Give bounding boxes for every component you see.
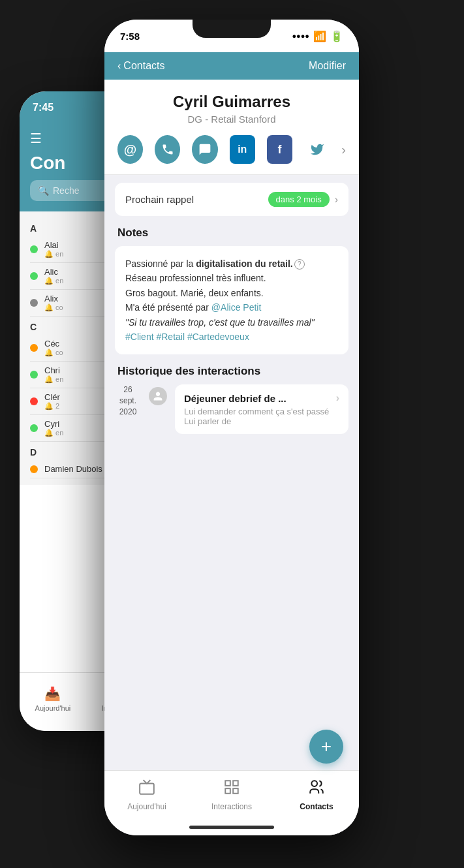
- fg-status-bar: 7:58 ●●●● 📶 🔋: [104, 20, 359, 52]
- chevron-left-icon: ‹: [117, 60, 121, 72]
- chevron-right-icon: ›: [336, 392, 339, 404]
- contact-name: Alai: [44, 240, 63, 250]
- status-dot: [30, 465, 38, 473]
- contacts-icon: [308, 779, 325, 799]
- history-card[interactable]: Déjeuner debrief de ... › Lui demander c…: [175, 384, 348, 434]
- page-wrapper: 7:45 ☰ Con 🔍 Reche A Alai 🔔 en: [0, 0, 464, 868]
- contact-name: Clér: [44, 392, 60, 402]
- fg-status-time: 7:58: [120, 31, 140, 42]
- linkedin-button[interactable]: in: [230, 135, 255, 164]
- contact-name: Alix: [44, 294, 63, 303]
- date-year: 2020: [115, 407, 141, 418]
- contact-sub: 🔔 2: [44, 402, 60, 411]
- svg-rect-4: [233, 788, 238, 794]
- menu-icon[interactable]: ☰: [30, 131, 42, 146]
- svg-rect-3: [225, 788, 230, 794]
- reminder-badge-wrap: dans 2 mois ›: [268, 192, 338, 207]
- contact-role: DG - Retail Stanford: [117, 114, 346, 125]
- contact-sub: 🔔 en: [44, 429, 63, 437]
- status-dot: [30, 245, 38, 253]
- contact-sub: 🔔 en: [44, 277, 63, 285]
- status-dot: [30, 371, 38, 379]
- help-icon[interactable]: ?: [294, 259, 305, 270]
- twitter-button[interactable]: [304, 135, 330, 164]
- contact-sub: 🔔 co: [44, 349, 63, 357]
- svg-rect-1: [225, 781, 230, 786]
- notes-line-3: Gros bagout. Marié, deux enfants.: [125, 286, 338, 300]
- add-button[interactable]: +: [309, 730, 343, 764]
- timeline-avatar: [149, 387, 167, 405]
- tab-label-2: Interactions: [211, 802, 252, 811]
- notch: [193, 20, 271, 38]
- back-button[interactable]: ‹ Contacts: [117, 60, 164, 72]
- history-section: Historique des interactions 26 sept. 202…: [115, 365, 348, 434]
- contact-name: Céc: [44, 339, 63, 349]
- status-icons: ●●●● 📶 🔋: [292, 30, 343, 42]
- tab-contacts[interactable]: Contacts: [290, 779, 343, 811]
- contact-name: Alic: [44, 267, 63, 277]
- battery-icon: 🔋: [330, 30, 343, 42]
- reminder-card[interactable]: Prochain rappel dans 2 mois ›: [115, 183, 348, 216]
- svg-rect-2: [233, 781, 238, 786]
- facebook-button[interactable]: f: [267, 135, 292, 164]
- contact-sub: 🔔 en: [44, 250, 63, 258]
- status-dot: [30, 344, 38, 352]
- notes-quote: "Si tu travailles trop, c'est que tu tra…: [125, 315, 338, 330]
- wifi-icon: 📶: [313, 30, 326, 42]
- bg-tab-aujourdhui[interactable]: 📥 Aujourd'hui: [35, 686, 71, 712]
- content-area: Prochain rappel dans 2 mois › Notes Pass…: [104, 175, 359, 452]
- grid-icon: [223, 779, 240, 799]
- notes-card: Passionné par la digitalisation du retai…: [115, 246, 348, 354]
- email-button[interactable]: @: [117, 135, 143, 164]
- phone-button[interactable]: [155, 135, 180, 164]
- signal-icon: ●●●●: [292, 32, 309, 40]
- home-indicator: [189, 826, 274, 829]
- date-month: sept.: [115, 395, 141, 407]
- contact-sub: 🔔 co: [44, 303, 63, 312]
- status-dot: [30, 424, 38, 432]
- notes-line-4: M'a été présenté par @Alice Petit: [125, 300, 338, 315]
- chevron-down-icon: ›: [335, 194, 338, 206]
- modifier-button[interactable]: Modifier: [309, 60, 346, 72]
- back-label: Contacts: [123, 60, 164, 72]
- notes-hashtags[interactable]: #Client #Retail #Cartedevoeux: [125, 330, 338, 344]
- tray-icon: 📥: [44, 686, 61, 702]
- history-card-desc: Lui demander comment ça s'est passé Lui …: [184, 407, 339, 426]
- history-section-title: Historique des interactions: [115, 365, 348, 378]
- more-chevron-icon[interactable]: ›: [341, 142, 346, 157]
- tray-icon: [138, 779, 155, 799]
- nav-bar: ‹ Contacts Modifier: [104, 52, 359, 80]
- history-card-title: Déjeuner debrief de ... ›: [184, 392, 339, 404]
- message-button[interactable]: [192, 135, 217, 164]
- notes-line-2: Réseau professionnel très influent.: [125, 271, 338, 285]
- history-item: 26 sept. 2020 Déjeuner debrief de ... ›: [115, 384, 348, 434]
- search-placeholder-text: Reche: [53, 185, 79, 196]
- contact-name: Chri: [44, 365, 63, 375]
- alice-link[interactable]: @Alice Petit: [211, 302, 261, 313]
- foreground-phone: 7:58 ●●●● 📶 🔋 ‹ Contacts Modifier Cyril …: [104, 20, 359, 835]
- contact-header: Cyril Guimarres DG - Retail Stanford @ i…: [104, 80, 359, 175]
- contact-name: Cyri: [44, 419, 63, 429]
- contact-actions: @ in f ›: [117, 135, 346, 164]
- notes-section-title: Notes: [115, 226, 348, 240]
- reminder-badge: dans 2 mois: [268, 192, 330, 207]
- contact-name: Damien Dubois: [44, 464, 102, 474]
- status-dot: [30, 397, 38, 405]
- svg-point-5: [311, 781, 317, 786]
- bg-status-time: 7:45: [33, 102, 54, 114]
- bg-tab-label-1: Aujourd'hui: [35, 704, 71, 712]
- status-dot: [30, 272, 38, 280]
- reminder-label: Prochain rappel: [125, 194, 194, 205]
- tab-label-1: Aujourd'hui: [127, 802, 166, 811]
- contact-sub: 🔔 en: [44, 375, 63, 384]
- status-dot: [30, 299, 38, 307]
- tab-label-3: Contacts: [300, 802, 333, 811]
- tab-aujourdhui[interactable]: Aujourd'hui: [121, 779, 173, 811]
- notes-line-1: Passionné par la digitalisation du retai…: [125, 256, 338, 271]
- search-icon: 🔍: [38, 185, 49, 196]
- tab-interactions[interactable]: Interactions: [206, 779, 258, 811]
- date-day: 26: [115, 384, 141, 395]
- contact-full-name: Cyril Guimarres: [117, 93, 346, 111]
- svg-rect-0: [140, 784, 154, 794]
- timeline: [149, 384, 167, 405]
